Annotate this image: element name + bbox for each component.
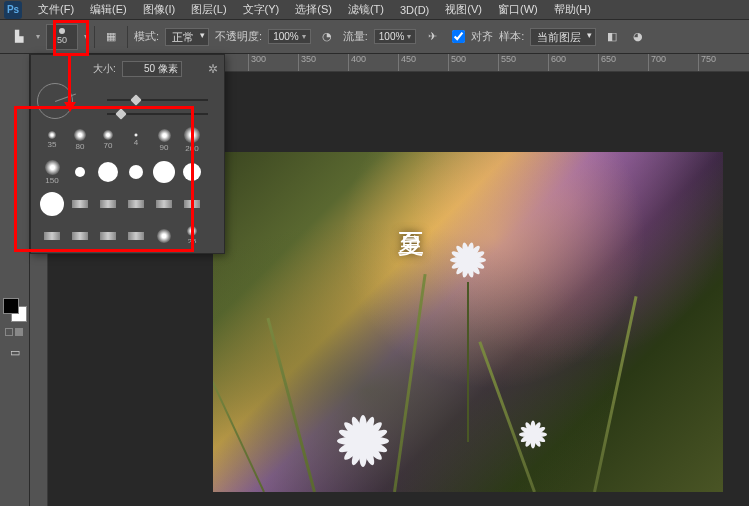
brush-preset[interactable]: [151, 221, 177, 243]
quick-mask-toggle[interactable]: [5, 328, 25, 336]
hardness-slider[interactable]: [87, 109, 218, 119]
airbrush-icon[interactable]: ✈: [422, 27, 442, 47]
brush-preset[interactable]: [151, 189, 177, 219]
mode-label: 模式:: [134, 29, 159, 44]
brush-preset[interactable]: [179, 189, 205, 219]
brush-angle-control[interactable]: [37, 83, 73, 119]
brush-preset[interactable]: 150: [39, 157, 65, 187]
brush-preset[interactable]: [179, 157, 205, 187]
menu-layer[interactable]: 图层(L): [183, 2, 234, 17]
opacity-input[interactable]: 100%▾: [268, 29, 311, 44]
clone-stamp-tool-icon[interactable]: ▙: [8, 26, 30, 48]
app-logo: Ps: [4, 1, 22, 19]
color-swatches[interactable]: [3, 298, 27, 322]
grass-blade: [213, 365, 265, 492]
daisy-flower: [513, 412, 553, 452]
size-label: 大小:: [93, 62, 116, 76]
menubar: Ps 文件(F) 编辑(E) 图像(I) 图层(L) 文字(Y) 选择(S) 滤…: [0, 0, 749, 20]
menu-view[interactable]: 视图(V): [437, 2, 490, 17]
sample-select[interactable]: 当前图层: [530, 28, 596, 46]
chevron-down-icon[interactable]: ▾: [84, 32, 88, 41]
menu-3d[interactable]: 3D(D): [392, 4, 437, 16]
daisy-flower: [328, 402, 398, 472]
brush-preset[interactable]: 35: [39, 125, 65, 155]
menu-help[interactable]: 帮助(H): [546, 2, 599, 17]
brush-preset[interactable]: [123, 221, 149, 243]
divider: [94, 26, 95, 48]
size-input[interactable]: 50 像素: [122, 61, 182, 77]
brush-preset[interactable]: [67, 157, 93, 187]
brush-preset[interactable]: 200: [179, 125, 205, 155]
brush-preset[interactable]: 80: [67, 125, 93, 155]
brush-preset[interactable]: [95, 221, 121, 243]
brush-preset-panel: 大小: 50 像素 ✲ 3580704902001502550: [30, 54, 225, 254]
daisy-flower: [443, 232, 493, 442]
menu-type[interactable]: 文字(Y): [235, 2, 288, 17]
opacity-value: 100%: [273, 31, 299, 42]
grass-blade: [266, 318, 315, 492]
pressure-size-icon[interactable]: ◕: [628, 27, 648, 47]
aligned-label: 对齐: [471, 29, 493, 44]
flow-label: 流量:: [343, 29, 368, 44]
grass-blade: [593, 296, 638, 492]
flow-value: 100%: [379, 31, 405, 42]
size-slider[interactable]: [87, 95, 218, 105]
options-bar: ▙ ▾ 50 ▾ ▦ 模式: 正常 不透明度: 100%▾ ◔ 流量: 100%…: [0, 20, 749, 54]
brush-preset[interactable]: [67, 221, 93, 243]
menu-image[interactable]: 图像(I): [135, 2, 183, 17]
chevron-down-icon[interactable]: ▾: [36, 32, 40, 41]
foreground-color[interactable]: [3, 298, 19, 314]
flow-input[interactable]: 100%▾: [374, 29, 417, 44]
brush-preset-picker[interactable]: 50: [46, 24, 78, 50]
brush-preset[interactable]: [39, 189, 65, 219]
divider: [127, 26, 128, 48]
aligned-checkbox[interactable]: [452, 30, 465, 43]
blend-mode-select[interactable]: 正常: [165, 28, 209, 46]
brush-presets-grid: 3580704902001502550: [37, 123, 218, 243]
brush-preset[interactable]: 90: [151, 125, 177, 155]
brush-preset[interactable]: 4: [123, 125, 149, 155]
brush-preset[interactable]: [95, 157, 121, 187]
canvas[interactable]: 夏至: [213, 152, 723, 492]
brush-preset[interactable]: [123, 189, 149, 219]
pressure-opacity-icon[interactable]: ◔: [317, 27, 337, 47]
menu-select[interactable]: 选择(S): [287, 2, 340, 17]
ignore-adj-icon[interactable]: ◧: [602, 27, 622, 47]
menu-file[interactable]: 文件(F): [30, 2, 82, 17]
brush-preset[interactable]: [39, 221, 65, 243]
brush-preset[interactable]: [95, 189, 121, 219]
opacity-label: 不透明度:: [215, 29, 262, 44]
brush-panel-toggle-icon[interactable]: ▦: [101, 27, 121, 47]
brush-dot-icon: [59, 28, 65, 34]
brush-preset[interactable]: 70: [95, 125, 121, 155]
brush-preset[interactable]: [67, 189, 93, 219]
brush-size-label: 50: [57, 35, 67, 45]
sample-label: 样本:: [499, 29, 524, 44]
left-toolbar: ▭: [0, 54, 30, 506]
brush-preset[interactable]: [123, 157, 149, 187]
brush-preset[interactable]: 25: [179, 221, 205, 243]
gear-icon[interactable]: ✲: [208, 62, 218, 76]
menu-filter[interactable]: 滤镜(T): [340, 2, 392, 17]
brush-preset[interactable]: [151, 157, 177, 187]
menu-edit[interactable]: 编辑(E): [82, 2, 135, 17]
menu-window[interactable]: 窗口(W): [490, 2, 546, 17]
grass-blade: [393, 274, 427, 492]
screen-mode-icon[interactable]: ▭: [5, 342, 25, 362]
